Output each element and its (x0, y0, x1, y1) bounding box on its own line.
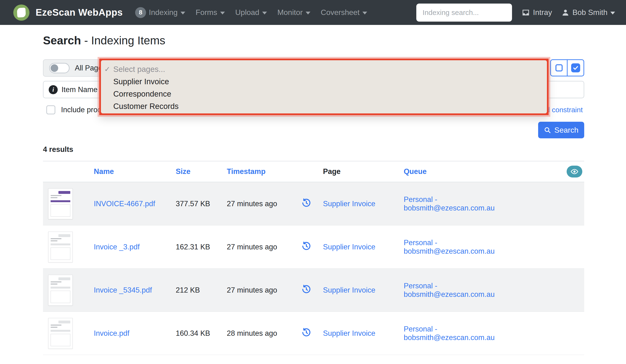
page-type-link[interactable]: Supplier Invoice (323, 329, 404, 338)
top-navbar: EzeScan WebApps 8 Indexing Forms Upload … (0, 0, 626, 25)
results-table-header: Name Size Timestamp Page Queue (43, 161, 584, 182)
selection-button-group (550, 59, 584, 76)
page-type-link[interactable]: Supplier Invoice (323, 200, 404, 208)
chevron-down-icon (610, 12, 615, 14)
checkbox-unchecked-icon (555, 64, 563, 72)
nav-item-coversheet[interactable]: Coversheet (321, 8, 367, 17)
info-icon[interactable]: i (49, 85, 58, 94)
sort-by-timestamp[interactable]: Timestamp (227, 167, 302, 176)
user-menu[interactable]: Bob Smith (561, 8, 615, 17)
chevron-down-icon (220, 12, 225, 14)
checkbox-checked-icon (571, 63, 580, 72)
file-size: 162.31 KB (176, 243, 227, 251)
file-name-link[interactable]: Invoice _5345.pdf (94, 286, 176, 294)
brand-title[interactable]: EzeScan WebApps (36, 7, 123, 18)
document-thumbnail[interactable] (48, 275, 73, 306)
nav-item-indexing[interactable]: 8 Indexing (135, 7, 185, 18)
file-timestamp: 27 minutes ago (227, 200, 302, 208)
nav-item-monitor[interactable]: Monitor (277, 8, 310, 17)
file-name-link[interactable]: INVOICE-4667.pdf (94, 200, 176, 208)
history-icon[interactable] (302, 241, 311, 251)
all-pages-toggle[interactable] (49, 63, 70, 73)
toggle-visibility-button[interactable] (567, 166, 582, 178)
page-root: EzeScan WebApps 8 Indexing Forms Upload … (0, 0, 626, 364)
history-icon[interactable] (302, 328, 311, 337)
person-icon (561, 8, 569, 17)
select-all-button[interactable] (567, 60, 584, 76)
nav-item-forms[interactable]: Forms (196, 8, 225, 17)
intray-button[interactable]: Intray (521, 8, 552, 17)
search-icon (544, 126, 551, 134)
file-name-link[interactable]: Invoice.pdf (94, 329, 176, 338)
column-page: Page (323, 167, 404, 176)
sort-by-size[interactable]: Size (176, 167, 227, 176)
inbox-icon (521, 8, 530, 17)
sort-by-name[interactable]: Name (94, 167, 176, 176)
document-thumbnail[interactable] (48, 232, 73, 262)
file-name-link[interactable]: Invoice _3.pdf (94, 243, 176, 251)
indexing-count-badge: 8 (135, 7, 146, 18)
dropdown-option-correspondence[interactable]: Correspondence (101, 88, 547, 100)
queue-link[interactable]: Personal - bobsmith@ezescan.com.au (404, 325, 530, 342)
chevron-down-icon (181, 12, 185, 14)
indexing-search-input[interactable] (416, 3, 512, 22)
queue-link[interactable]: Personal - bobsmith@ezescan.com.au (404, 238, 530, 255)
page-subtitle: - Indexing Items (84, 34, 165, 47)
history-icon[interactable] (302, 285, 311, 294)
check-icon: ✓ (104, 63, 110, 75)
dropdown-option-customer-records[interactable]: Customer Records (101, 100, 547, 112)
dropdown-option-placeholder[interactable]: ✓ Select pages... (101, 63, 547, 75)
file-size: 377.57 KB (176, 200, 227, 208)
file-timestamp: 28 minutes ago (227, 329, 302, 338)
file-timestamp: 27 minutes ago (227, 243, 302, 251)
pages-dropdown-highlight: ✓ Select pages... Supplier Invoice Corre… (99, 59, 548, 115)
results-table: Name Size Timestamp Page Queue INVOICE-4… (43, 161, 584, 355)
chevron-down-icon (306, 12, 310, 14)
file-size: 160.34 KB (176, 329, 227, 338)
results-section: 4 results Name Size Timestamp Page Queue (43, 145, 584, 355)
document-thumbnail[interactable] (48, 188, 73, 219)
chevron-down-icon (362, 12, 367, 14)
include-processed-checkbox[interactable] (46, 105, 55, 114)
nav-item-upload[interactable]: Upload (235, 8, 267, 17)
ezescan-logo[interactable] (13, 4, 30, 21)
sort-by-queue[interactable]: Queue (404, 167, 530, 176)
include-processed-row: Include prod (46, 105, 102, 114)
results-count: 4 results (43, 145, 584, 154)
deselect-all-button[interactable] (551, 60, 567, 76)
primary-nav: 8 Indexing Forms Upload Monitor Covershe… (135, 7, 367, 18)
pages-dropdown-menu: ✓ Select pages... Supplier Invoice Corre… (101, 60, 547, 113)
page-title: Search - Indexing Items (43, 34, 165, 47)
table-row: Invoice _3.pdf 162.31 KB 27 minutes ago … (43, 225, 584, 269)
document-thumbnail[interactable] (48, 318, 73, 349)
table-row: Invoice.pdf 160.34 KB 28 minutes ago Sup… (43, 312, 584, 355)
file-timestamp: 27 minutes ago (227, 286, 302, 294)
table-row: Invoice _5345.pdf 212 KB 27 minutes ago … (43, 269, 584, 312)
history-icon[interactable] (302, 198, 311, 208)
navbar-right: Intray Bob Smith (416, 3, 615, 22)
document-icon (17, 8, 26, 18)
dropdown-option-supplier-invoice[interactable]: Supplier Invoice (101, 75, 547, 88)
page-type-link[interactable]: Supplier Invoice (323, 286, 404, 294)
toggle-knob (51, 64, 58, 72)
search-button[interactable]: Search (538, 122, 584, 138)
eye-icon (570, 168, 579, 176)
queue-link[interactable]: Personal - bobsmith@ezescan.com.au (404, 195, 530, 212)
table-row: INVOICE-4667.pdf 377.57 KB 27 minutes ag… (43, 182, 584, 225)
page-type-link[interactable]: Supplier Invoice (323, 243, 404, 251)
queue-link[interactable]: Personal - bobsmith@ezescan.com.au (404, 282, 530, 299)
file-size: 212 KB (176, 286, 227, 294)
chevron-down-icon (262, 12, 267, 14)
